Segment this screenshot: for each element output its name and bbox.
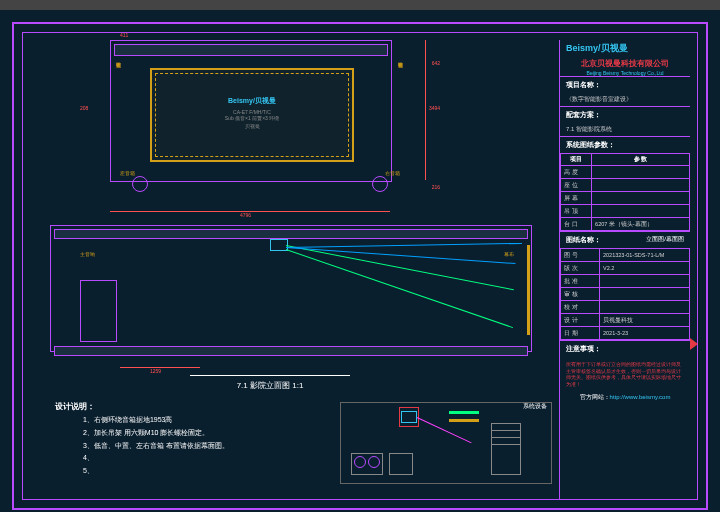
section-floor <box>54 346 528 356</box>
note-5: 5、 <box>83 467 94 474</box>
dim-side: 411 <box>120 32 128 38</box>
table-row: 台 口6207 米（镜头-幕面） <box>561 218 690 231</box>
fig-underline <box>190 375 350 376</box>
note-br: 右音箱 <box>385 170 400 176</box>
dim-bot: 216 <box>432 184 440 190</box>
main-area: Beismy/贝视曼 CA-E7 F/MH/T/C Sub 低音×1 前置×3 … <box>30 40 550 460</box>
legend-y <box>449 419 479 422</box>
param-table: 项目参 数 高 度 座 位 屏 幕 吊 顶 台 口6207 米（镜头-幕面） <box>560 153 690 231</box>
screen-logo: Beismy/贝视曼 <box>152 96 352 106</box>
ph1: 项目 <box>561 154 592 166</box>
drawing-sheet: Beismy/贝视曼 CA-E7 F/MH/T/C Sub 低音×1 前置×3 … <box>0 10 720 512</box>
dim-top: 642 <box>432 60 440 66</box>
table-row: 版 次V2.2 <box>561 262 690 275</box>
note-4: 4、 <box>83 454 94 461</box>
note-bl: 左音箱 <box>120 170 135 176</box>
dim-sh: 208 <box>80 105 88 111</box>
table-row: 屏 幕 <box>561 192 690 205</box>
equip-title: 系统设备 <box>523 402 547 411</box>
eq-sp1 <box>354 456 366 468</box>
note-1: 1、右侧环绕音箱据地1953高 <box>83 416 172 423</box>
table-row: 日 期2021-3-23 <box>561 327 690 340</box>
projection-screen: Beismy/贝视曼 CA-E7 F/MH/T/C Sub 低音×1 前置×3 … <box>150 68 354 162</box>
speaker-left <box>132 176 148 192</box>
sec-note-r: 幕布 <box>504 251 514 257</box>
design-notes: 设计说明： 1、右侧环绕音箱据地1953高 2、加长吊架 用六颗M10 膨长螺栓… <box>55 400 229 477</box>
table-row: 吊 顶 <box>561 205 690 218</box>
speaker-right <box>372 176 388 192</box>
company-zh: 北京贝视曼科技有限公司 <box>560 57 690 70</box>
dim-w: 4796 <box>240 212 251 218</box>
website: 官方网站：http://www.beismy.com <box>560 391 690 404</box>
figure-title: 7.1 影院立面图 1:1 <box>190 380 350 391</box>
brand: 贝视曼 <box>152 123 352 129</box>
sec-dim: 1259 <box>150 368 161 374</box>
scheme-label: 配套方案： <box>560 106 690 123</box>
system-equipment-panel: 系统设备 <box>340 402 552 484</box>
proj-label: 项目名称： <box>560 76 690 93</box>
eq-1 <box>351 453 383 475</box>
caution-label: 注意事项： <box>560 340 690 357</box>
table-row: 高 度 <box>561 166 690 179</box>
eq-rack <box>491 423 521 475</box>
ph2: 参 数 <box>592 154 690 166</box>
marker-triangle <box>690 338 698 350</box>
rev-table: 图 号2021323-01-SDS-71-L/M 版 次V2.2 批 准 审 核… <box>560 248 690 340</box>
eq-sp2 <box>368 456 380 468</box>
sec-note-l: 主音响 <box>80 251 95 257</box>
section-screen <box>527 245 530 335</box>
dim-h: 3494 <box>429 105 440 111</box>
table-row: 图 号2021323-01-SDS-71-L/M <box>561 249 690 262</box>
scheme-val: 7.1 智能影院系统 <box>560 123 690 136</box>
ceiling-slab <box>114 44 388 56</box>
dim-h-line <box>425 40 426 180</box>
spec2: Sub 低音×1 前置×3 环绕 <box>152 115 352 121</box>
proj-val: 《数字智能影音室建设》 <box>560 93 690 106</box>
table-row: 设 计贝视曼科技 <box>561 314 690 327</box>
table-row: 校 对 <box>561 301 690 314</box>
elevation-screen-wall: Beismy/贝视曼 CA-E7 F/MH/T/C Sub 低音×1 前置×3 … <box>110 40 410 200</box>
table-row: 座 位 <box>561 179 690 192</box>
note-3: 3、低音、中置、左右音箱 布置请依据幕面图。 <box>83 442 229 449</box>
title-block: Beismy/贝视曼 北京贝视曼科技有限公司 Beijing Beismy Te… <box>559 40 690 500</box>
notes-title: 设计说明： <box>55 402 95 411</box>
eq-2 <box>389 453 413 475</box>
param-label: 系统图纸参数： <box>560 136 690 153</box>
equipment-rack <box>80 280 117 342</box>
section-ceiling <box>54 229 528 239</box>
table-row: 审 核 <box>561 288 690 301</box>
dwg-label: 图纸名称： 立面图/幕面图 <box>560 231 690 248</box>
note-2: 2、加长吊架 用六颗M10 膨长螺栓固定。 <box>83 429 209 436</box>
table-row: 批 准 <box>561 275 690 288</box>
caution-text: 所有用于下订单或订立合同的图纸均需经过设计师及主管审核签名确认后才生效，否则一切… <box>560 357 690 391</box>
logo: Beismy/贝视曼 <box>560 40 690 57</box>
legend-g <box>449 411 479 414</box>
elevation-section: 主音响 幕布 1259 <box>50 225 540 360</box>
screen-text: Beismy/贝视曼 CA-E7 F/MH/T/C Sub 低音×1 前置×3 … <box>152 96 352 129</box>
